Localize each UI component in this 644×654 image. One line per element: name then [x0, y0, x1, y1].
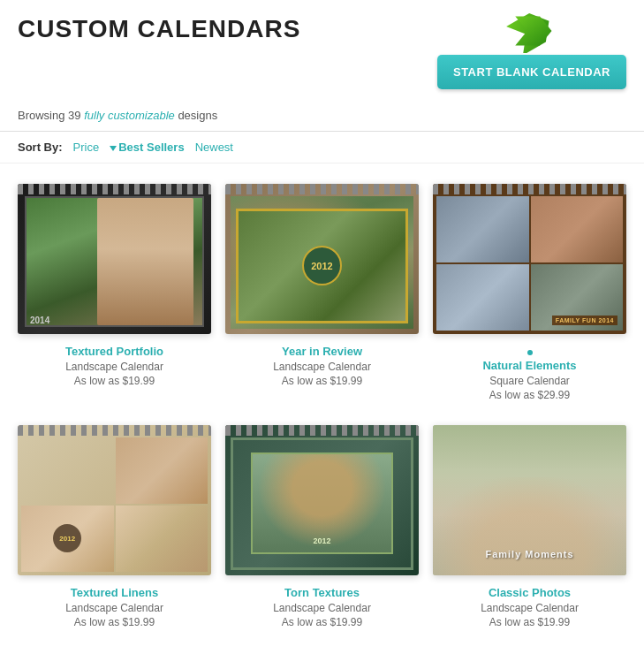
calendar-image-2: 2012	[225, 184, 419, 334]
sort-caret-icon	[110, 146, 117, 151]
calendar-image-6: Family Moments	[433, 425, 626, 575]
spiral-binding-2	[225, 184, 419, 194]
product-type-6: Landscape Calendar	[481, 602, 579, 614]
product-price-6: As low as $19.99	[489, 616, 570, 628]
photo-grid-cell-2	[531, 196, 624, 262]
year-label-1: 2014	[30, 316, 49, 325]
photo-grid-cell-1	[436, 196, 529, 262]
product-name-6[interactable]: Classic Photos	[489, 586, 571, 599]
product-type-3: Square Calendar	[489, 375, 570, 387]
product-type-4: Landscape Calendar	[65, 602, 163, 614]
product-type-5: Landscape Calendar	[273, 602, 371, 614]
calendar-image-3: FAMILY FUN 2014	[433, 184, 626, 334]
calendar-image-5: 2012	[225, 425, 419, 575]
green-arrow-icon	[505, 9, 558, 53]
photo-grid-cell-3	[436, 264, 529, 331]
sort-by-label: Sort By:	[18, 141, 63, 154]
dot-indicator-row-3	[527, 350, 533, 355]
photo-grid-3: FAMILY FUN 2014	[436, 196, 623, 331]
product-image-wrapper-1[interactable]: 2014	[18, 181, 211, 336]
product-name-5[interactable]: Torn Textures	[284, 586, 360, 599]
product-price-2: As low as $19.99	[282, 375, 362, 387]
linen-photo-4	[116, 506, 208, 572]
product-card-natural-elements: FAMILY FUN 2014 Natural Elements Square …	[433, 181, 626, 401]
product-name-2[interactable]: Year in Review	[282, 345, 362, 358]
family-on-porch	[433, 477, 626, 575]
browse-text-before: Browsing 39	[18, 109, 84, 122]
product-type-2: Landscape Calendar	[273, 361, 371, 373]
spiral-binding-3	[433, 184, 626, 194]
product-image-wrapper-2[interactable]: 2012	[225, 181, 419, 336]
sort-bar: Sort By: Price Best Sellers Newest	[0, 132, 644, 164]
page-header: CUSTOM CALENDARS START BLANK CALENDAR	[0, 0, 644, 105]
calendar-image-4: 2012	[18, 425, 211, 575]
product-card-year-in-review: 2012 Year in Review Landscape Calendar A…	[225, 181, 419, 401]
linen-photo-1	[21, 437, 114, 504]
spiral-binding-4	[18, 425, 211, 436]
product-grid: 2014 Textured Portfolio Landscape Calend…	[0, 164, 644, 646]
product-name-1[interactable]: Textured Portfolio	[65, 345, 163, 358]
product-name-3[interactable]: Natural Elements	[482, 359, 576, 372]
product-price-3: As low as $29.99	[489, 389, 570, 401]
sort-price[interactable]: Price	[73, 141, 100, 154]
product-type-1: Landscape Calendar	[65, 361, 163, 373]
year-circle-2: 2012	[302, 246, 342, 285]
linen-photo-3: 2012	[21, 506, 114, 572]
photo-collage-4: 2012	[21, 437, 208, 572]
linen-photo-2	[116, 437, 208, 504]
product-price-4: As low as $19.99	[74, 616, 155, 628]
border-frame-2: 2012	[236, 209, 408, 323]
browse-bar: Browsing 39 fully customizable designs	[0, 105, 644, 132]
product-name-4[interactable]: Textured Linens	[71, 586, 158, 599]
year-circle-linen: 2012	[53, 524, 81, 552]
product-price-5: As low as $19.99	[282, 616, 362, 628]
spiral-binding-1	[18, 184, 211, 194]
family-moments-label: Family Moments	[485, 549, 573, 559]
couple-photo-2: 2012	[231, 196, 413, 329]
family-fun-label: FAMILY FUN 2014	[552, 316, 617, 325]
customizable-link[interactable]: fully customizable	[84, 109, 175, 122]
spiral-binding-5	[225, 425, 419, 436]
start-calendar-section: START BLANK CALENDAR	[437, 9, 626, 89]
calendar-image-1: 2014	[18, 184, 211, 334]
sort-newest[interactable]: Newest	[195, 141, 233, 154]
main-photo-1	[25, 196, 204, 327]
product-price-1: As low as $19.99	[74, 375, 155, 387]
photo-grid-cell-4: FAMILY FUN 2014	[531, 264, 624, 331]
product-card-classic-photos: Family Moments Classic Photos Landscape …	[433, 422, 626, 628]
start-blank-calendar-button[interactable]: START BLANK CALENDAR	[437, 55, 626, 89]
sort-best-sellers[interactable]: Best Sellers	[110, 141, 184, 154]
page-title: CUSTOM CALENDARS	[18, 16, 300, 43]
torn-inner-frame: 2012	[231, 437, 413, 570]
browse-text-after: designs	[175, 109, 217, 122]
dot-active	[527, 350, 533, 355]
teen-photo: 2012	[251, 452, 393, 554]
product-card-textured-linens: 2012 Textured Linens Landscape Calendar …	[18, 422, 211, 628]
product-image-wrapper-6[interactable]: Family Moments	[433, 422, 626, 577]
product-image-wrapper-3[interactable]: FAMILY FUN 2014	[433, 181, 626, 336]
year-label-torn: 2012	[313, 536, 330, 545]
child-figure-1	[97, 198, 193, 325]
product-image-wrapper-4[interactable]: 2012	[18, 422, 211, 577]
product-card-torn-textures: 2012 Torn Textures Landscape Calendar As…	[225, 422, 419, 628]
product-card-textured-portfolio: 2014 Textured Portfolio Landscape Calend…	[18, 181, 211, 401]
product-image-wrapper-5[interactable]: 2012	[225, 422, 419, 577]
